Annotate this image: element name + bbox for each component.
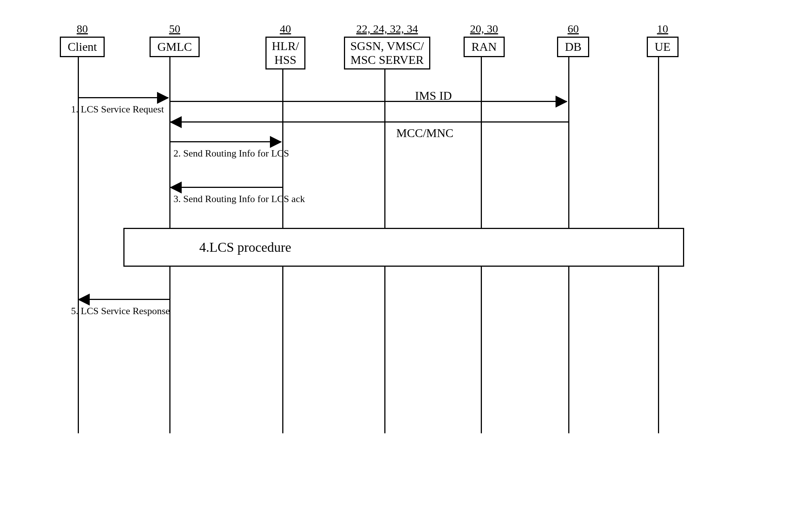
participant-number: 20, 30 <box>464 22 505 35</box>
lcs-procedure-box: 4.LCS procedure <box>123 228 684 267</box>
label-lcs-service-request: 1. LCS Service Request <box>71 104 164 115</box>
arrow-head-icon <box>170 182 182 193</box>
label-ims-id: IMS ID <box>415 89 452 103</box>
participant-label: GMLC <box>150 37 200 57</box>
participant-client: 80 Client <box>60 22 105 57</box>
participant-number: 40 <box>265 22 305 35</box>
participant-number: 80 <box>60 22 105 35</box>
participant-number: 22, 24, 32, 34 <box>344 22 430 35</box>
participant-number: 10 <box>647 22 679 35</box>
participant-number: 60 <box>557 22 589 35</box>
arrow-mcc-mnc <box>170 121 568 123</box>
arrow-send-routing-info-ack <box>170 187 283 188</box>
participant-gmlc: 50 GMLC <box>150 22 200 57</box>
participant-label: RAN <box>464 37 505 57</box>
participant-label: HLR/ HSS <box>265 37 305 69</box>
arrow-head-icon <box>270 136 282 148</box>
participant-label-line1: HLR/ <box>272 39 299 53</box>
participant-label: DB <box>557 37 589 57</box>
label-send-routing-info: 2. Send Routing Info for LCS <box>173 148 289 159</box>
participant-hlr: 40 HLR/ HSS <box>265 22 305 69</box>
participant-label: UE <box>647 37 679 57</box>
label-lcs-service-response: 5. LCS Service Response <box>71 306 170 317</box>
participant-ue: 10 UE <box>647 22 679 57</box>
participant-label-line2: HSS <box>274 53 296 66</box>
participant-label: SGSN, VMSC/ MSC SERVER <box>344 37 430 69</box>
participant-db: 60 DB <box>557 22 589 57</box>
participant-ran: 20, 30 RAN <box>464 22 505 57</box>
participant-label: Client <box>60 37 105 57</box>
arrow-ims-id <box>170 101 567 102</box>
lcs-procedure-label: 4.LCS procedure <box>199 240 291 255</box>
label-send-routing-info-ack: 3. Send Routing Info for LCS ack <box>173 193 305 205</box>
arrow-send-routing-info <box>170 141 281 142</box>
arrow-head-icon <box>78 294 90 306</box>
participant-label-line2: MSC SERVER <box>351 53 424 66</box>
arrow-head-icon <box>556 96 568 108</box>
participant-sgsn: 22, 24, 32, 34 SGSN, VMSC/ MSC SERVER <box>344 22 430 69</box>
label-mcc-mnc: MCC/MNC <box>396 126 453 140</box>
arrow-lcs-service-request <box>79 97 168 98</box>
participant-label-line1: SGSN, VMSC/ <box>350 39 424 53</box>
participant-number: 50 <box>150 22 200 35</box>
arrow-lcs-service-response <box>79 299 170 300</box>
arrow-head-icon <box>157 92 169 104</box>
sequence-diagram: 80 Client 50 GMLC 40 HLR/ HSS 22, 24, 32… <box>45 22 755 433</box>
arrow-head-icon <box>170 116 182 128</box>
